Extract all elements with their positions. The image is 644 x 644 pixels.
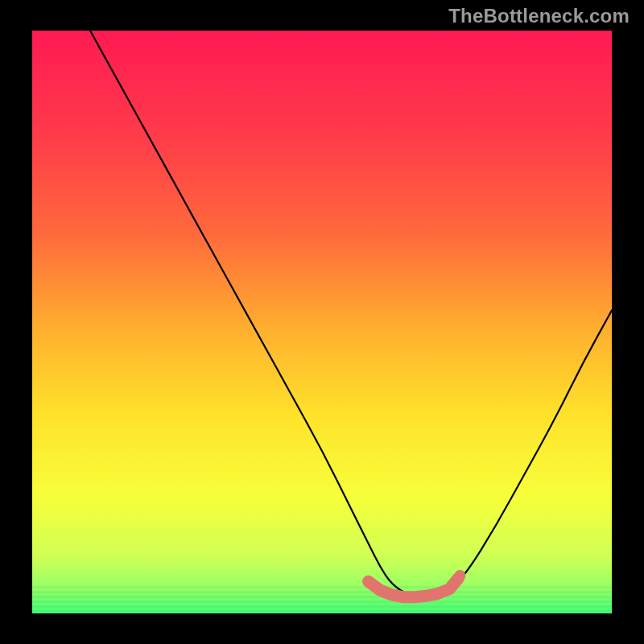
svg-rect-3 <box>32 601 612 603</box>
trough-end-marker <box>454 570 465 581</box>
watermark-text: TheBottleneck.com <box>448 5 630 27</box>
plot-area <box>32 31 612 613</box>
svg-rect-1 <box>32 591 612 593</box>
svg-rect-0 <box>32 586 612 588</box>
outer-frame: TheBottleneck.com <box>0 0 644 644</box>
svg-rect-4 <box>32 605 612 608</box>
gradient-background <box>32 31 612 613</box>
bottleneck-chart <box>32 31 612 613</box>
svg-rect-2 <box>32 596 612 598</box>
svg-rect-5 <box>32 610 612 613</box>
